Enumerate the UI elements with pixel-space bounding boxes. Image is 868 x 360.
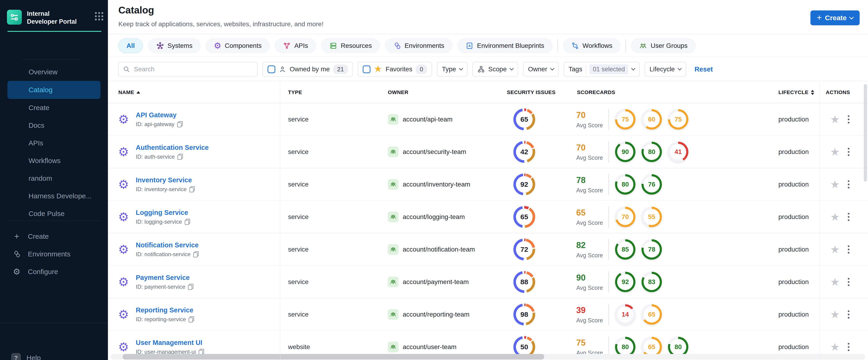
scorecard-ring[interactable]: 85 [615,239,636,260]
tab-environments[interactable]: Environments [385,38,452,53]
column-header-lifecycle[interactable]: LIFECYCLE [778,82,814,103]
brand: Internal Developer Portal [7,10,103,26]
copy-icon[interactable] [178,154,183,160]
owned-by-me-filter[interactable]: Owned by me 21 [263,62,353,77]
sidebar-item-overview[interactable]: Overview [0,63,108,81]
sidebar-item-catalog[interactable]: Catalog [7,81,100,99]
owned-by-me-checkbox[interactable] [268,65,275,73]
type-filter-label: Type [442,65,456,73]
scorecard-ring[interactable]: 60 [642,109,662,129]
search-input[interactable] [133,65,253,73]
scorecard-ring[interactable]: 14 [615,304,636,325]
type-filter-dropdown[interactable]: Type [437,62,467,77]
copy-icon[interactable] [189,316,194,322]
scorecard-ring[interactable]: 55 [642,207,662,227]
sidebar-item-harness-develope[interactable]: Harness Develope... [0,187,108,205]
entity-name-link[interactable]: Payment Service [136,274,193,281]
copy-icon[interactable] [188,284,193,290]
favorite-star-icon[interactable]: ★ [830,147,840,157]
tab-apis[interactable]: APIs [275,38,316,53]
row-menu-kebab-icon[interactable] [846,309,851,320]
type-cell: service [288,278,309,286]
scorecard-ring[interactable]: 92 [615,272,636,292]
search-box[interactable] [118,62,258,77]
owner-filter-dropdown[interactable]: Owner [523,62,558,77]
favorite-star-icon[interactable]: ★ [830,244,840,255]
avg-score-cell: 78 Avg Score [576,175,603,193]
scorecard-ring[interactable]: 78 [642,239,662,260]
favorites-checkbox[interactable] [363,65,370,73]
owner-name: account/inventory-team [403,181,470,188]
entity-name-link[interactable]: Inventory Service [136,176,195,184]
entity-name-link[interactable]: Logging Service [136,209,190,216]
copy-icon[interactable] [177,121,183,127]
entity-name-link[interactable]: User Management UI [136,339,204,347]
lifecycle-filter-dropdown[interactable]: Lifecycle [645,62,686,77]
scorecard-value: 80 [617,339,633,355]
scorecard-ring[interactable]: 76 [642,174,662,194]
scorecard-ring[interactable]: 75 [615,109,636,129]
sidebar-item-apis[interactable]: APIs [0,134,108,152]
row-menu-kebab-icon[interactable] [846,244,851,255]
tab-workflows[interactable]: Workflows [563,38,621,53]
scope-filter-dropdown[interactable]: Scope [472,62,518,77]
column-header-name[interactable]: NAME [118,82,140,103]
tab-environment-blueprints[interactable]: AEnvironment Blueprints [458,38,552,53]
sidebar-item-code-pulse[interactable]: Code Pulse [0,205,108,222]
row-menu-kebab-icon[interactable] [846,211,851,222]
favorite-star-icon[interactable]: ★ [830,212,840,222]
apis-icon [283,42,291,50]
sidebar-item-configure[interactable]: ⚙Configure [0,263,108,280]
reset-button[interactable]: Reset [694,65,713,73]
app-switcher-grid-icon[interactable] [95,12,103,21]
scorecard-ring[interactable]: 65 [642,304,662,325]
sidebar-item-help[interactable]: ? Help [11,353,41,360]
copy-icon[interactable] [193,251,199,257]
favorite-star-icon[interactable]: ★ [830,179,840,190]
scorecard-ring[interactable]: 80 [615,174,636,194]
scorecard-ring[interactable]: 41 [668,142,688,162]
chevron-down-icon [459,66,463,70]
tab-user-groups[interactable]: User Groups [631,38,695,53]
entity-name-link[interactable]: Notification Service [136,241,199,249]
sidebar-item-create[interactable]: +Create [0,228,108,245]
column-divider [819,82,820,360]
create-button[interactable]: + Create [810,10,860,25]
row-menu-kebab-icon[interactable] [846,179,851,190]
copy-icon[interactable] [185,219,190,225]
favorite-star-icon[interactable]: ★ [830,277,840,287]
tab-all[interactable]: All [118,38,143,53]
row-menu-kebab-icon[interactable] [846,146,851,157]
row-menu-kebab-icon[interactable] [846,114,851,125]
tab-components[interactable]: ⚙Components [206,38,270,53]
tags-filter-dropdown[interactable]: Tags 01 selected [564,62,640,77]
row-menu-kebab-icon[interactable] [846,276,851,287]
favorite-star-icon[interactable]: ★ [830,114,840,125]
scorecard-rings: 14 65 [615,304,662,325]
sidebar-item-random[interactable]: random [0,170,108,187]
copy-icon[interactable] [189,186,195,192]
favorites-filter[interactable]: ★ Favorites 0 [358,62,432,77]
favorite-star-icon[interactable]: ★ [830,309,840,320]
sidebar-item-environments[interactable]: Environments [0,245,108,263]
scorecard-ring[interactable]: 80 [642,142,662,162]
sidebar-item-docs[interactable]: Docs [0,117,108,134]
systems-icon [156,42,164,50]
security-issues-value: 88 [516,274,533,290]
entity-name-link[interactable]: Authentication Service [136,144,209,151]
sidebar-item-create[interactable]: Create [0,99,108,117]
sidebar-item-workflows[interactable]: Workflows [0,152,108,170]
entity-name-link[interactable]: Reporting Service [136,306,194,314]
scorecard-ring[interactable]: 70 [615,207,636,227]
vertical-scrollbar[interactable] [864,84,867,182]
horizontal-scrollbar[interactable] [123,354,544,360]
tab-resources[interactable]: Resources [321,38,380,53]
scorecard-ring[interactable]: 90 [615,142,636,162]
avg-score-cell: 70 Avg Score [576,110,603,128]
row-menu-kebab-icon[interactable] [846,341,851,352]
entity-name-link[interactable]: API Gateway [136,111,183,119]
scorecard-ring[interactable]: 75 [668,109,688,129]
tab-systems[interactable]: Systems [148,38,200,53]
scorecard-ring[interactable]: 83 [642,272,662,292]
favorite-star-icon[interactable]: ★ [830,342,840,352]
